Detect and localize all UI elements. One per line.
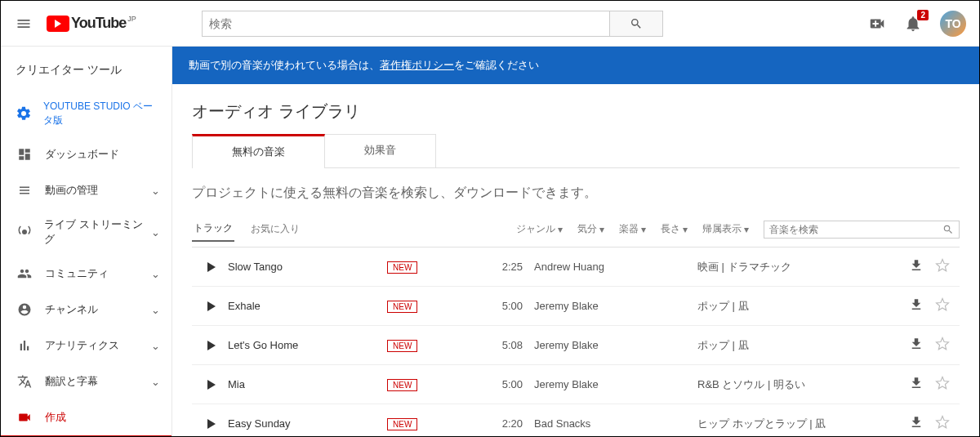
filter-genre[interactable]: ジャンル ▾ [516, 222, 563, 236]
sidebar-title: クリエイター ツール [1, 55, 172, 91]
track-actions [909, 376, 956, 393]
filter-mood[interactable]: 気分 ▾ [577, 222, 604, 236]
track-artist: Jeremy Blake [534, 378, 697, 390]
filter-tab-favorites[interactable]: お気に入り [249, 217, 301, 241]
play-button[interactable] [195, 419, 228, 429]
create-icon [16, 408, 33, 426]
hamburger-menu-icon[interactable] [14, 14, 33, 33]
play-icon [207, 262, 216, 272]
sidebar-item-label: YOUTUBE STUDIO ベータ版 [43, 100, 160, 127]
community-icon [16, 265, 33, 283]
track-name: Easy Sunday [228, 417, 387, 430]
track-name: Mia [228, 378, 387, 390]
tabs: 無料の音楽 効果音 [192, 134, 960, 168]
track-new: NEW [387, 300, 485, 312]
translate-icon [16, 372, 33, 390]
header: YouTube JP 2 TO [1, 1, 979, 47]
search-icon [630, 17, 643, 30]
download-button[interactable] [909, 415, 924, 432]
filter-attribution[interactable]: 帰属表示 ▾ [702, 222, 749, 236]
download-button[interactable] [909, 258, 924, 275]
track-actions [909, 297, 956, 314]
chevron-down-icon: ⌄ [151, 340, 160, 352]
download-button[interactable] [909, 376, 924, 393]
download-button[interactable] [909, 297, 924, 314]
avatar[interactable]: TO [940, 11, 966, 37]
track-tags: R&B とソウル | 明るい [697, 377, 909, 392]
search-input[interactable] [202, 11, 610, 37]
notification-badge: 2 [917, 10, 929, 20]
notifications-icon[interactable]: 2 [904, 15, 922, 33]
new-badge: NEW [387, 301, 417, 313]
play-icon [207, 341, 216, 350]
tab-free-music[interactable]: 無料の音楽 [192, 134, 325, 167]
new-badge: NEW [387, 261, 417, 274]
new-badge: NEW [387, 379, 417, 391]
search-button[interactable] [610, 11, 663, 37]
channel-icon [16, 301, 33, 319]
sidebar-item-dashboard[interactable]: ダッシュボード [1, 136, 172, 172]
sidebar-item-video-manager[interactable]: 動画の管理 ⌄ [1, 172, 172, 208]
sidebar-item-translations[interactable]: 翻訳と字幕 ⌄ [1, 363, 172, 399]
track-artist: Andrew Huang [534, 261, 697, 273]
filter-tab-tracks[interactable]: トラック [192, 216, 234, 242]
track-list: Slow Tango NEW 2:25 Andrew Huang 映画 | ドラ… [192, 247, 960, 437]
sidebar-item-analytics[interactable]: アナリティクス ⌄ [1, 328, 172, 363]
track-duration: 5:00 [485, 378, 534, 390]
sidebar-item-community[interactable]: コミュニティ ⌄ [1, 256, 172, 292]
track-new: NEW [387, 417, 485, 430]
sidebar-item-create[interactable]: 作成 [1, 399, 172, 435]
track-name: Slow Tango [228, 261, 387, 273]
sidebar-item-label: ライブ ストリーミング [44, 217, 151, 247]
download-button[interactable] [909, 337, 924, 354]
play-icon [207, 419, 216, 429]
caret-down-icon: ▾ [641, 224, 646, 235]
track-row: Mia NEW 5:00 Jeremy Blake R&B とソウル | 明るい [192, 365, 960, 404]
track-search-input[interactable] [769, 224, 942, 235]
sidebar-item-live[interactable]: ライブ ストリーミング ⌄ [1, 208, 172, 256]
info-banner: 動画で別の音楽が使われている場合は、 著作権ポリシー をご確認ください [172, 47, 979, 84]
sidebar-item-channel[interactable]: チャンネル ⌄ [1, 292, 172, 328]
favorite-button[interactable] [935, 297, 950, 314]
favorite-button[interactable] [935, 376, 950, 393]
track-tags: 映画 | ドラマチック [697, 260, 909, 274]
logo-text: YouTube [71, 15, 126, 32]
track-new: NEW [387, 378, 485, 390]
track-artist: Bad Snacks [534, 417, 697, 430]
upload-icon[interactable] [868, 15, 886, 33]
analytics-icon [16, 337, 33, 355]
sidebar-item-studio-beta[interactable]: YOUTUBE STUDIO ベータ版 [1, 91, 172, 136]
filter-instrument[interactable]: 楽器 ▾ [619, 222, 646, 236]
youtube-play-icon [47, 16, 69, 32]
track-row: Slow Tango NEW 2:25 Andrew Huang 映画 | ドラ… [192, 247, 960, 287]
play-button[interactable] [195, 262, 228, 272]
filter-duration[interactable]: 長さ ▾ [661, 222, 688, 236]
page-title: オーディオ ライブラリ [192, 100, 960, 123]
chevron-down-icon: ⌄ [151, 226, 160, 239]
main-content: 動画で別の音楽が使われている場合は、 著作権ポリシー をご確認ください オーディ… [172, 47, 979, 437]
chevron-down-icon: ⌄ [151, 185, 160, 197]
play-button[interactable] [195, 380, 228, 390]
banner-link[interactable]: 著作権ポリシー [380, 58, 454, 73]
favorite-button[interactable] [935, 337, 950, 354]
play-button[interactable] [195, 301, 228, 311]
track-search [764, 221, 960, 239]
track-name: Let's Go Home [228, 339, 387, 351]
chevron-down-icon: ⌄ [151, 304, 160, 316]
track-actions [909, 258, 956, 275]
youtube-logo[interactable]: YouTube JP [47, 15, 136, 32]
dashboard-icon [16, 145, 33, 163]
track-row: Easy Sunday NEW 2:20 Bad Snacks ヒップ ホップと… [192, 404, 960, 437]
sidebar-item-label: 作成 [45, 410, 66, 425]
chevron-down-icon: ⌄ [151, 376, 160, 388]
play-button[interactable] [195, 341, 228, 350]
play-icon [207, 380, 216, 390]
track-artist: Jeremy Blake [534, 339, 697, 351]
favorite-button[interactable] [935, 258, 950, 275]
tab-sound-effects[interactable]: 効果音 [324, 134, 436, 167]
new-badge: NEW [387, 340, 417, 352]
favorite-button[interactable] [935, 415, 950, 432]
gear-icon [16, 105, 32, 123]
track-duration: 2:20 [485, 417, 534, 430]
search-icon [942, 224, 954, 235]
